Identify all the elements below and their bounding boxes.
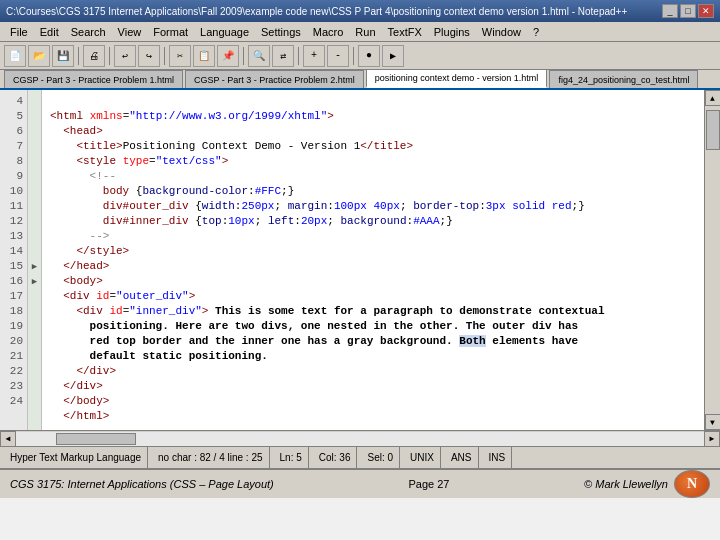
fold-21	[28, 349, 41, 364]
close-button[interactable]: ✕	[698, 4, 714, 18]
toolbar: 📄 📂 💾 🖨 ↩ ↪ ✂ 📋 📌 🔍 ⇄ + - ● ▶	[0, 42, 720, 70]
fold-17	[28, 289, 41, 304]
scroll-right-button[interactable]: ▶	[704, 431, 720, 447]
menu-language[interactable]: Language	[194, 24, 255, 40]
new-button[interactable]: 📄	[4, 45, 26, 67]
bottom-bar: CGS 3175: Internet Applications (CSS – P…	[0, 468, 720, 498]
scroll-thumb[interactable]	[706, 110, 720, 150]
col-text: Col: 36	[319, 452, 351, 463]
language-label: Hyper Text Markup Language	[10, 452, 141, 463]
fold-18	[28, 304, 41, 319]
scroll-down-button[interactable]: ▼	[705, 414, 721, 430]
bottom-left-text: CGS 3175: Internet Applications (CSS – P…	[10, 478, 274, 490]
window-controls[interactable]: _ □ ✕	[662, 4, 714, 18]
scroll-up-button[interactable]: ▲	[705, 90, 721, 106]
tab-bar: CGSP - Part 3 - Practice Problem 1.html …	[0, 70, 720, 90]
menu-run[interactable]: Run	[349, 24, 381, 40]
bottom-center-text: Page 27	[408, 478, 449, 490]
status-position: no char : 82 / 4 line : 25	[152, 447, 270, 468]
menu-bar: File Edit Search View Format Language Se…	[0, 22, 720, 42]
position-text: no char : 82 / 4 line : 25	[158, 452, 263, 463]
zoom-in-button[interactable]: +	[303, 45, 325, 67]
fold-15[interactable]: ▶	[28, 259, 41, 274]
zoom-out-button[interactable]: -	[327, 45, 349, 67]
status-sel: Sel: 0	[361, 447, 400, 468]
fold-20	[28, 334, 41, 349]
menu-macro[interactable]: Macro	[307, 24, 350, 40]
print-button[interactable]: 🖨	[83, 45, 105, 67]
ln-text: Ln: 5	[280, 452, 302, 463]
title-bar: C:\Courses\CGS 3175 Internet Application…	[0, 0, 720, 22]
code-editor[interactable]: <html xmlns="http://www.w3.org/1999/xhtm…	[42, 90, 704, 430]
fold-markers: ▶ ▶	[28, 90, 42, 430]
copy-button[interactable]: 📋	[193, 45, 215, 67]
menu-view[interactable]: View	[112, 24, 148, 40]
tab-file2[interactable]: CGSP - Part 3 - Practice Problem 2.html	[185, 70, 364, 88]
undo-button[interactable]: ↩	[114, 45, 136, 67]
toolbar-sep2	[109, 47, 110, 65]
vertical-scrollbar[interactable]: ▲ ▼	[704, 90, 720, 430]
tab-file4[interactable]: fig4_24_positioning_co_test.html	[549, 70, 698, 88]
status-language: Hyper Text Markup Language	[4, 447, 148, 468]
toolbar-sep3	[164, 47, 165, 65]
menu-settings[interactable]: Settings	[255, 24, 307, 40]
fold-13	[28, 229, 41, 244]
status-unix: UNIX	[404, 447, 441, 468]
maximize-button[interactable]: □	[680, 4, 696, 18]
fold-19	[28, 319, 41, 334]
fold-14	[28, 244, 41, 259]
status-ln: Ln: 5	[274, 447, 309, 468]
toolbar-sep1	[78, 47, 79, 65]
menu-search[interactable]: Search	[65, 24, 112, 40]
fold-11	[28, 199, 41, 214]
ins-text: INS	[489, 452, 506, 463]
paste-button[interactable]: 📌	[217, 45, 239, 67]
fold-24	[28, 394, 41, 409]
menu-textfx[interactable]: TextFX	[382, 24, 428, 40]
fold-12	[28, 214, 41, 229]
fold-7	[28, 139, 41, 154]
menu-plugins[interactable]: Plugins	[428, 24, 476, 40]
menu-help[interactable]: ?	[527, 24, 545, 40]
fold-23	[28, 379, 41, 394]
minimize-button[interactable]: _	[662, 4, 678, 18]
scroll-left-button[interactable]: ◀	[0, 431, 16, 447]
fold-16[interactable]: ▶	[28, 274, 41, 289]
menu-file[interactable]: File	[4, 24, 34, 40]
editor-area: 4 5 6 7 8 9 10 11 12 13 14 15 16 17 18 1…	[0, 90, 720, 430]
status-ans: ANS	[445, 447, 479, 468]
title-text: C:\Courses\CGS 3175 Internet Application…	[6, 6, 627, 17]
toolbar-sep6	[353, 47, 354, 65]
tab-file1[interactable]: CGSP - Part 3 - Practice Problem 1.html	[4, 70, 183, 88]
macro-button[interactable]: ●	[358, 45, 380, 67]
hscroll-thumb[interactable]	[56, 433, 136, 445]
menu-window[interactable]: Window	[476, 24, 527, 40]
fold-10	[28, 184, 41, 199]
toolbar-sep5	[298, 47, 299, 65]
line-numbers: 4 5 6 7 8 9 10 11 12 13 14 15 16 17 18 1…	[0, 90, 28, 430]
tab-file3[interactable]: positioning context demo - version 1.htm…	[366, 69, 548, 88]
menu-edit[interactable]: Edit	[34, 24, 65, 40]
sel-text: Sel: 0	[367, 452, 393, 463]
status-bar: Hyper Text Markup Language no char : 82 …	[0, 446, 720, 468]
fold-9	[28, 169, 41, 184]
fold-22	[28, 364, 41, 379]
bottom-right-text: © Mark Llewellyn	[584, 478, 668, 490]
save-button[interactable]: 💾	[52, 45, 74, 67]
horizontal-scrollbar[interactable]: ◀ ▶	[0, 430, 720, 446]
cut-button[interactable]: ✂	[169, 45, 191, 67]
unix-text: UNIX	[410, 452, 434, 463]
hscroll-track	[16, 432, 704, 446]
toolbar-sep4	[243, 47, 244, 65]
fold-8	[28, 154, 41, 169]
open-button[interactable]: 📂	[28, 45, 50, 67]
redo-button[interactable]: ↪	[138, 45, 160, 67]
menu-format[interactable]: Format	[147, 24, 194, 40]
find-button[interactable]: 🔍	[248, 45, 270, 67]
status-ins: INS	[483, 447, 513, 468]
replace-button[interactable]: ⇄	[272, 45, 294, 67]
ans-text: ANS	[451, 452, 472, 463]
run-button[interactable]: ▶	[382, 45, 404, 67]
fold-4	[28, 94, 41, 109]
status-col: Col: 36	[313, 447, 358, 468]
